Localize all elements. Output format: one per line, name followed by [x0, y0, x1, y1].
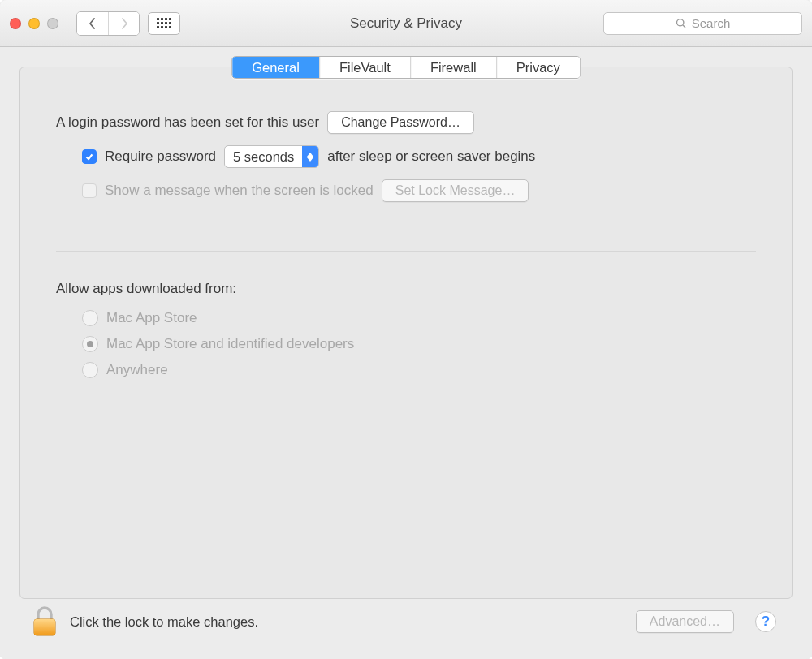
checkmark-icon [84, 152, 94, 162]
tab-general[interactable]: General [232, 57, 319, 78]
help-button[interactable]: ? [755, 611, 776, 632]
tab-privacy[interactable]: Privacy [496, 57, 580, 78]
show-lock-message-row: Show a message when the screen is locked… [82, 179, 756, 202]
svg-rect-1 [34, 619, 55, 635]
tab-bar: General FileVault Firewall Privacy [231, 56, 581, 79]
search-icon [676, 18, 687, 29]
search-field[interactable]: Search [603, 12, 802, 35]
window-controls [10, 18, 58, 29]
zoom-button [47, 18, 58, 29]
gatekeeper-option-anywhere: Anywhere [82, 362, 756, 378]
minimize-button[interactable] [28, 18, 40, 29]
grid-icon [157, 18, 171, 28]
gatekeeper-option-identified: Mac App Store and identified developers [82, 336, 756, 352]
require-password-label: Require password [105, 149, 216, 165]
window-toolbar: Security & Privacy Search [0, 0, 812, 47]
gatekeeper-options: Mac App Store Mac App Store and identifi… [82, 310, 756, 378]
content-area: General FileVault Firewall Privacy A log… [0, 47, 812, 659]
require-password-row: Require password 5 seconds after sleep o… [82, 145, 756, 168]
login-password-row: A login password has been set for this u… [56, 111, 756, 134]
advanced-button[interactable]: Advanced… [636, 610, 734, 633]
radio-label: Mac App Store [106, 310, 197, 326]
nav-back-forward [76, 11, 140, 36]
lock-icon [31, 605, 58, 638]
section-divider [56, 251, 756, 252]
close-button[interactable] [10, 18, 21, 29]
select-stepper-icon [302, 146, 318, 167]
show-lock-message-label: Show a message when the screen is locked [105, 183, 374, 199]
tab-firewall[interactable]: Firewall [410, 57, 496, 78]
back-button[interactable] [77, 12, 108, 35]
lock-area[interactable]: Click the lock to make changes. [31, 605, 258, 638]
after-sleep-text: after sleep or screen saver begins [327, 149, 535, 165]
tab-filevault[interactable]: FileVault [319, 57, 410, 78]
set-lock-message-button: Set Lock Message… [382, 179, 529, 202]
require-password-checkbox[interactable] [82, 149, 97, 164]
preferences-window: Security & Privacy Search General FileVa… [0, 0, 812, 659]
forward-button [108, 12, 139, 35]
gatekeeper-option-appstore: Mac App Store [82, 310, 756, 326]
delay-value: 5 seconds [225, 149, 302, 165]
radio-button [82, 362, 98, 378]
gatekeeper-heading: Allow apps downloaded from: [56, 281, 756, 297]
show-all-button[interactable] [148, 12, 180, 35]
show-lock-message-checkbox [82, 183, 97, 198]
settings-panel: General FileVault Firewall Privacy A log… [19, 67, 793, 599]
radio-button [82, 310, 98, 326]
radio-label: Mac App Store and identified developers [106, 336, 354, 352]
radio-label: Anywhere [106, 362, 168, 378]
login-password-message: A login password has been set for this u… [56, 114, 319, 131]
search-placeholder: Search [692, 16, 731, 30]
change-password-button[interactable]: Change Password… [327, 111, 474, 134]
lock-message: Click the lock to make changes. [70, 614, 258, 630]
radio-button [82, 336, 98, 352]
footer-bar: Click the lock to make changes. Advanced… [19, 599, 793, 648]
require-password-delay-select[interactable]: 5 seconds [224, 145, 319, 168]
